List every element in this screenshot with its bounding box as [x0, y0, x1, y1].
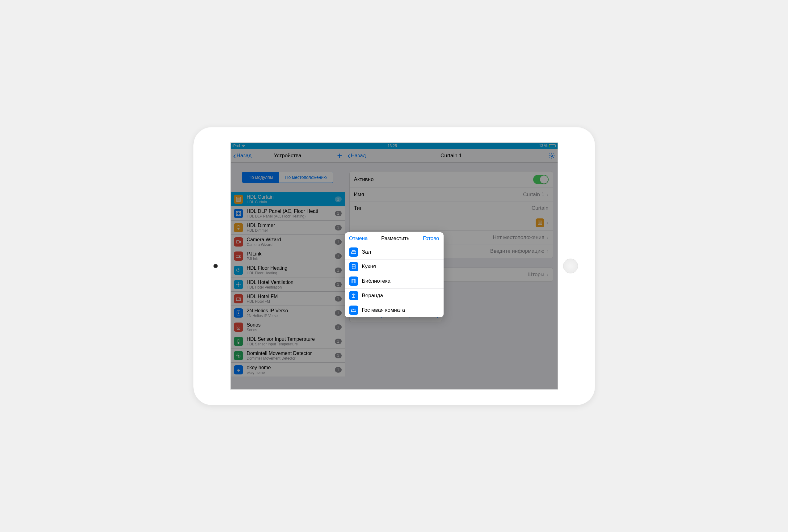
done-button[interactable]: Готово — [423, 235, 439, 242]
location-option[interactable]: Кухня — [345, 259, 444, 274]
books-icon — [349, 276, 358, 286]
location-label: Библиотека — [362, 278, 391, 284]
location-label: Кухня — [362, 263, 376, 270]
location-label: Гостевая комната — [362, 307, 405, 313]
bed-icon — [349, 306, 358, 315]
patio-icon — [349, 291, 358, 300]
svg-rect-42 — [354, 279, 355, 283]
location-option[interactable]: Веранда — [345, 289, 444, 303]
ipad-frame: iPad 13:25 13 % ‹ Назад Устройства — [193, 127, 595, 405]
svg-rect-36 — [352, 252, 356, 254]
svg-rect-37 — [352, 251, 355, 252]
location-popover: Отмена Разместить Готово Зал Кухня Библи… — [345, 232, 444, 317]
location-option[interactable]: Гостевая комната — [345, 303, 444, 317]
svg-rect-43 — [352, 310, 356, 311]
screen: iPad 13:25 13 % ‹ Назад Устройства — [231, 142, 558, 390]
popover-title: Разместить — [381, 235, 409, 242]
svg-rect-41 — [353, 279, 354, 283]
location-label: Веранда — [362, 293, 383, 299]
location-option[interactable]: Библиотека — [345, 274, 444, 289]
svg-rect-40 — [352, 279, 353, 283]
cancel-button[interactable]: Отмена — [349, 235, 368, 242]
camera-dot — [214, 264, 218, 268]
fridge-icon — [349, 262, 358, 271]
sofa-icon — [349, 248, 358, 257]
location-label: Зал — [362, 249, 371, 255]
home-button[interactable] — [563, 259, 578, 273]
svg-rect-44 — [352, 309, 353, 310]
svg-rect-38 — [352, 264, 355, 269]
location-option[interactable]: Зал — [345, 245, 444, 259]
